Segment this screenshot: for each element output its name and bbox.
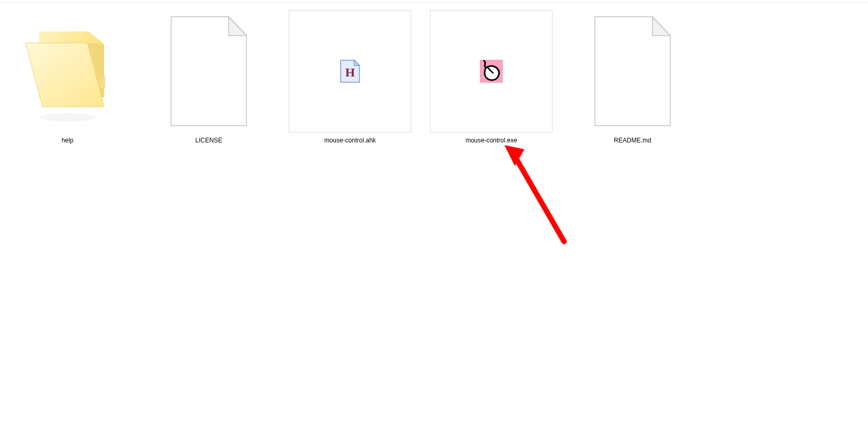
mouse-exe-icon [480,60,503,83]
svg-point-0 [39,113,96,121]
blank-page-icon [167,15,251,128]
folder-icon [26,19,109,124]
ahk-icon: H [340,59,360,83]
file-thumbnail [148,10,270,132]
svg-marker-3 [504,145,524,166]
file-item[interactable]: H mouse-control.ahk [289,10,411,144]
file-thumbnail [430,10,553,132]
file-item[interactable]: mouse-control.exe [430,10,553,144]
file-label: README.md [614,137,651,144]
annotation-arrow [501,142,574,247]
svg-line-2 [514,154,564,241]
file-thumbnail [571,10,694,132]
file-explorer-content[interactable]: help LICENSE H mouse-control.ahk [0,3,868,144]
file-label: help [62,137,74,144]
folder-thumbnail [6,10,129,132]
file-item[interactable]: README.md [571,10,694,144]
blank-page-icon [591,15,674,128]
file-label: LICENSE [195,137,222,144]
svg-text:H: H [345,65,355,79]
file-thumbnail: H [289,10,411,132]
folder-item[interactable]: help [6,10,129,144]
file-label: mouse-control.ahk [324,137,376,144]
file-label: mouse-control.exe [466,137,517,144]
file-item[interactable]: LICENSE [148,10,270,144]
